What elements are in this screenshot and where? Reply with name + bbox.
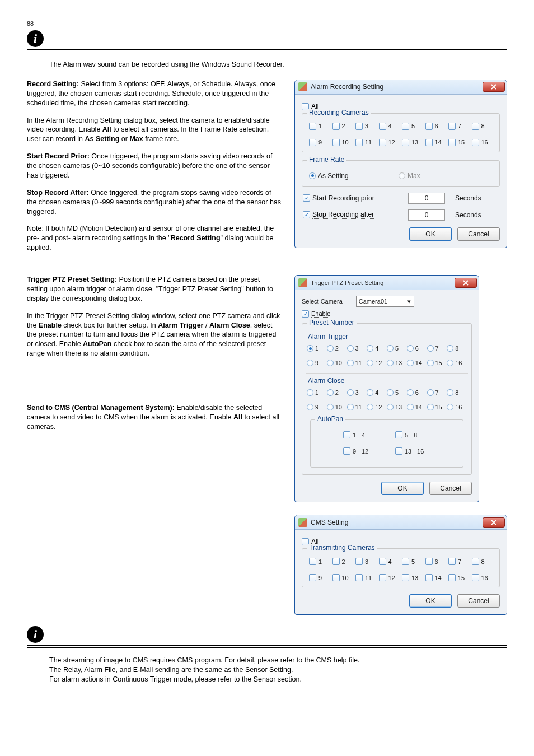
camera-checkbox[interactable]: 7: [448, 558, 472, 565]
checkbox-icon: [395, 431, 402, 438]
cancel-button[interactable]: Cancel: [457, 227, 500, 241]
autopan-9-12[interactable]: 9 - 12: [343, 447, 384, 455]
dialog-titlebar[interactable]: Alarm Recording Setting: [295, 80, 507, 95]
camera-checkbox[interactable]: 14: [425, 139, 449, 146]
autopan-5-8[interactable]: 5 - 8: [395, 431, 436, 438]
camera-checkbox[interactable]: 2: [332, 123, 356, 130]
camera-checkbox[interactable]: 14: [425, 574, 449, 581]
camera-checkbox[interactable]: 12: [379, 139, 402, 146]
camera-checkbox[interactable]: 13: [402, 574, 425, 581]
preset-radio[interactable]: 14: [407, 404, 427, 410]
camera-checkbox[interactable]: 9: [309, 139, 332, 146]
autopan-13-16[interactable]: 13 - 16: [395, 447, 436, 455]
checkbox-icon: [395, 447, 402, 455]
camera-checkbox[interactable]: 5: [402, 558, 425, 565]
enable-checkbox[interactable]: Enable: [302, 310, 472, 318]
camera-checkbox[interactable]: 15: [448, 574, 472, 581]
dialog-titlebar[interactable]: CMS Setting: [295, 515, 507, 530]
close-button[interactable]: [483, 517, 505, 528]
preset-radio[interactable]: 11: [347, 404, 367, 410]
autopan-label: 5 - 8: [405, 432, 417, 438]
camera-select[interactable]: Camera01 ▾: [356, 296, 414, 307]
start-recording-checkbox[interactable]: Start Recording prior: [303, 194, 392, 202]
camera-checkbox[interactable]: 13: [402, 139, 425, 146]
camera-checkbox[interactable]: 9: [309, 574, 332, 581]
preset-radio[interactable]: 16: [447, 360, 467, 366]
preset-radio[interactable]: 4: [367, 345, 387, 352]
preset-radio[interactable]: 9: [307, 404, 327, 410]
cancel-button[interactable]: Cancel: [457, 594, 500, 608]
stop-recording-checkbox[interactable]: Stop Recording after: [303, 211, 392, 219]
camera-checkbox[interactable]: 4: [379, 558, 402, 565]
item-label: 8: [455, 345, 458, 352]
preset-radio[interactable]: 9: [307, 360, 327, 366]
preset-radio[interactable]: 2: [327, 345, 347, 352]
preset-radio[interactable]: 7: [427, 389, 447, 396]
preset-radio[interactable]: 1: [307, 345, 327, 352]
preset-radio[interactable]: 1: [307, 389, 327, 396]
max-radio[interactable]: Max: [399, 172, 420, 180]
camera-checkbox[interactable]: 1: [309, 558, 332, 565]
camera-checkbox[interactable]: 16: [472, 139, 495, 146]
close-button[interactable]: [483, 82, 505, 92]
camera-checkbox[interactable]: 5: [402, 123, 425, 130]
preset-radio[interactable]: 3: [347, 389, 367, 396]
preset-radio[interactable]: 14: [407, 360, 427, 366]
camera-checkbox[interactable]: 7: [448, 123, 472, 130]
ok-button[interactable]: OK: [381, 482, 424, 495]
camera-checkbox[interactable]: 12: [379, 574, 402, 581]
camera-checkbox[interactable]: 1: [309, 123, 332, 130]
preset-radio[interactable]: 4: [367, 389, 387, 396]
preset-radio[interactable]: 10: [327, 360, 347, 366]
camera-checkbox[interactable]: 8: [472, 123, 495, 130]
item-label: 7: [458, 558, 461, 565]
body-text: Trigger PTZ Preset Setting: Position the…: [27, 275, 282, 440]
start-seconds-input[interactable]: 0: [408, 193, 445, 204]
stop-seconds-input[interactable]: 0: [408, 209, 445, 221]
camera-checkbox[interactable]: 3: [355, 123, 379, 130]
preset-radio[interactable]: 5: [387, 389, 407, 396]
preset-radio[interactable]: 5: [387, 345, 407, 352]
preset-radio[interactable]: 16: [447, 404, 467, 410]
preset-radio[interactable]: 8: [447, 345, 467, 352]
preset-radio[interactable]: 7: [427, 345, 447, 352]
ok-button[interactable]: OK: [409, 227, 452, 241]
preset-radio[interactable]: 12: [367, 404, 387, 410]
preset-radio[interactable]: 3: [347, 345, 367, 352]
cancel-button[interactable]: Cancel: [429, 482, 472, 495]
camera-checkbox[interactable]: 2: [332, 558, 356, 565]
preset-radio[interactable]: 6: [407, 389, 427, 396]
camera-checkbox[interactable]: 3: [355, 558, 379, 565]
radio-icon: [307, 389, 313, 396]
preset-radio[interactable]: 6: [407, 345, 427, 352]
preset-radio[interactable]: 15: [427, 360, 447, 366]
camera-checkbox[interactable]: 10: [332, 574, 356, 581]
preset-radio[interactable]: 8: [447, 389, 467, 396]
preset-radio[interactable]: 15: [427, 404, 447, 410]
close-button[interactable]: [455, 278, 477, 288]
camera-checkbox[interactable]: 10: [332, 139, 356, 146]
preset-radio[interactable]: 2: [327, 389, 347, 396]
preset-radio[interactable]: 11: [347, 360, 367, 366]
autopan-1-4[interactable]: 1 - 4: [343, 431, 384, 438]
divider: [27, 49, 507, 50]
checkbox-icon: [448, 123, 456, 130]
camera-checkbox[interactable]: 8: [472, 558, 495, 565]
ok-button[interactable]: OK: [409, 594, 452, 608]
camera-checkbox[interactable]: 6: [425, 123, 449, 130]
preset-radio[interactable]: 10: [327, 404, 347, 410]
camera-checkbox[interactable]: 11: [355, 574, 379, 581]
preset-radio[interactable]: 13: [387, 404, 407, 410]
as-setting-radio[interactable]: As Setting: [309, 172, 399, 180]
preset-radio[interactable]: 13: [387, 360, 407, 366]
camera-checkbox[interactable]: 6: [425, 558, 449, 565]
camera-checkbox[interactable]: 4: [379, 123, 402, 130]
preset-radio[interactable]: 12: [367, 360, 387, 366]
camera-checkbox[interactable]: 11: [355, 139, 379, 146]
camera-checkbox[interactable]: 15: [448, 139, 472, 146]
framerate-group: Frame Rate As Setting Max: [302, 160, 500, 187]
dialog-titlebar[interactable]: Trigger PTZ Preset Setting: [295, 276, 479, 290]
item-label: 4: [375, 345, 378, 352]
item-label: 16: [481, 575, 488, 581]
camera-checkbox[interactable]: 16: [472, 574, 495, 581]
